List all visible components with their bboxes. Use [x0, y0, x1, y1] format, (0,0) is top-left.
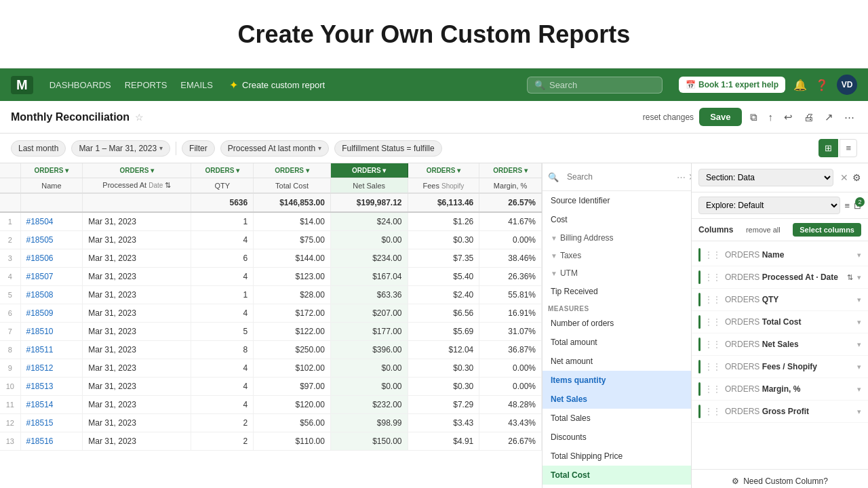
copy-icon-btn[interactable]: ⧉	[747, 108, 760, 126]
drag-handle[interactable]: ⋮⋮	[705, 362, 721, 371]
col-group-fees: ORDERS ▾	[408, 163, 479, 178]
drag-handle[interactable]: ⋮⋮	[705, 272, 721, 282]
gear-icon[interactable]: ⚙	[852, 172, 861, 183]
select-columns-btn[interactable]: Select columns	[793, 223, 861, 237]
column-bar	[698, 293, 701, 306]
nav-reports[interactable]: REPORTS	[125, 80, 167, 90]
field-group-label: Billing Address	[560, 233, 614, 243]
date-range-chip[interactable]: Last month	[11, 140, 66, 157]
column-chevron-icon[interactable]: ▾	[857, 407, 861, 416]
reset-changes-btn[interactable]: reset changes	[643, 113, 694, 122]
field-item-source[interactable]: Source Identifier	[542, 191, 691, 210]
grid-view-btn[interactable]: ⊞	[818, 139, 838, 157]
explore-select[interactable]: Explore: Default	[698, 197, 840, 214]
field-item-discounts[interactable]: Discounts	[542, 428, 691, 447]
col-header-fees[interactable]: Fees Shopify	[408, 178, 479, 194]
remove-all-btn[interactable]: remove all	[746, 226, 781, 234]
date-value-chip[interactable]: Mar 1 – Mar 31, 2023 ▾	[71, 140, 170, 157]
col-header-processed[interactable]: Processed At Date ⇅	[83, 178, 191, 194]
column-item-label: ORDERS Fees / Shopify	[725, 362, 853, 371]
table-row: 7#18510Mar 31, 20235$122.00$177.00$5.693…	[0, 323, 542, 341]
help-icon[interactable]: ❓	[815, 79, 829, 92]
field-label: Items quantity	[551, 375, 606, 385]
field-item-num-orders[interactable]: Number of orders	[542, 314, 691, 333]
table-area: ORDERS ▾ ORDERS ▾ ORDERS ▾ ORDERS ▾ ORDE…	[0, 163, 542, 488]
field-expand-billing[interactable]: ▼ Billing Address	[542, 229, 691, 247]
column-chevron-icon[interactable]: ▾	[857, 385, 861, 394]
undo-icon-btn[interactable]: ↩	[781, 108, 795, 126]
favorite-btn[interactable]: ☆	[135, 112, 144, 123]
search-icon: 🔍	[534, 80, 545, 90]
field-expand-taxes[interactable]: ▼ Taxes	[542, 247, 691, 264]
col-group-qty: ORDERS ▾	[191, 163, 254, 178]
field-item-shipping[interactable]: Total Shipping Price	[542, 447, 691, 466]
navbar-links: DASHBOARDS REPORTS EMAILS	[50, 80, 213, 90]
field-expand-utm[interactable]: ▼ UTM	[542, 264, 691, 282]
bell-icon[interactable]: 🔔	[793, 79, 807, 92]
drag-handle[interactable]: ⋮⋮	[705, 250, 721, 260]
sort-icon: ⇅	[847, 273, 853, 282]
field-item-total-cost[interactable]: Total Cost	[542, 466, 691, 485]
nav-emails[interactable]: EMAILS	[180, 80, 213, 90]
create-custom-report-btn[interactable]: ✦ Create custom report	[229, 79, 325, 92]
filter-btn[interactable]: Filter	[182, 140, 215, 157]
columns-footer: ⚙ Need Custom Column? Create Column	[692, 469, 868, 488]
field-label: Discounts	[551, 432, 587, 442]
explore-icons: ≡ ⊡ 2	[844, 201, 861, 211]
col-header-cost[interactable]: Total Cost	[254, 178, 331, 194]
lines-icon[interactable]: ≡	[844, 201, 850, 211]
table-header-names: Name Processed At Date ⇅ QTY Total Cost …	[0, 178, 542, 194]
filter-icon-wrap[interactable]: ⊡ 2	[854, 201, 861, 211]
book-expert-btn[interactable]: 📅 Book 1:1 expert help	[679, 77, 785, 93]
field-item-tip[interactable]: Tip Received	[542, 282, 691, 301]
field-search-input[interactable]	[561, 169, 674, 185]
column-item: ⋮⋮ ORDERS QTY ▾	[692, 289, 868, 311]
col-header-qty[interactable]: QTY	[191, 178, 254, 194]
fulfillment-chip[interactable]: Fulfillment Status = fulfille	[334, 140, 441, 157]
print-icon-btn[interactable]: 🖨	[801, 108, 816, 125]
field-label: Net amount	[551, 357, 593, 366]
drag-handle[interactable]: ⋮⋮	[705, 317, 721, 327]
search-input[interactable]	[549, 80, 655, 90]
field-item-net-sales[interactable]: Net Sales	[542, 390, 691, 409]
external-link-icon-btn[interactable]: ↗	[822, 108, 836, 126]
field-item-cost[interactable]: Cost	[542, 210, 691, 229]
column-bar	[698, 270, 701, 284]
list-view-btn[interactable]: ≡	[840, 139, 857, 157]
field-label-tip: Tip Received	[551, 287, 598, 296]
col-header-netsales[interactable]: Net Sales	[330, 178, 408, 194]
hero-title: Create Your Own Custom Reports	[0, 20, 868, 49]
table-row: 9#18512Mar 31, 20234$102.00$0.00$0.300.0…	[0, 359, 542, 378]
close-columns-icon[interactable]: ✕	[840, 172, 848, 183]
drag-handle[interactable]: ⋮⋮	[705, 340, 721, 349]
column-bar	[698, 338, 701, 351]
field-label: Cost	[551, 215, 568, 224]
field-item-items-qty[interactable]: Items quantity	[542, 371, 691, 390]
drag-handle[interactable]: ⋮⋮	[705, 407, 721, 416]
column-chevron-icon[interactable]: ▾	[857, 318, 861, 327]
processed-at-chip[interactable]: Processed At last month ▾	[220, 140, 329, 157]
drag-handle[interactable]: ⋮⋮	[705, 295, 721, 304]
save-btn[interactable]: Save	[699, 108, 741, 126]
column-item-label: ORDERS Processed At · Date	[725, 272, 843, 282]
nav-dashboards[interactable]: DASHBOARDS	[50, 80, 111, 90]
more-options-btn[interactable]: ⋯	[842, 108, 857, 126]
col-header-margin[interactable]: Margin, %	[479, 178, 542, 194]
column-chevron-icon[interactable]: ▾	[857, 296, 861, 304]
column-chevron-icon[interactable]: ▾	[857, 340, 861, 349]
more-icon[interactable]: ⋯	[677, 172, 686, 182]
column-bar	[698, 382, 701, 396]
drag-handle[interactable]: ⋮⋮	[705, 384, 721, 394]
section-select[interactable]: Section: Data	[698, 169, 833, 186]
field-item-net-amount[interactable]: Net amount	[542, 352, 691, 371]
navbar-search[interactable]: 🔍	[527, 77, 663, 94]
table-row: 11#18514Mar 31, 20234$120.00$232.00$7.29…	[0, 396, 542, 414]
share-icon-btn[interactable]: ↑	[766, 108, 776, 125]
column-chevron-icon[interactable]: ▾	[857, 251, 861, 260]
column-chevron-icon[interactable]: ▾	[857, 273, 861, 282]
col-header-name[interactable]: Name	[20, 178, 83, 194]
field-item-total-sales[interactable]: Total Sales	[542, 409, 691, 428]
user-avatar[interactable]: VD	[837, 75, 857, 95]
field-item-total-amount[interactable]: Total amount	[542, 333, 691, 352]
column-chevron-icon[interactable]: ▾	[857, 363, 861, 371]
